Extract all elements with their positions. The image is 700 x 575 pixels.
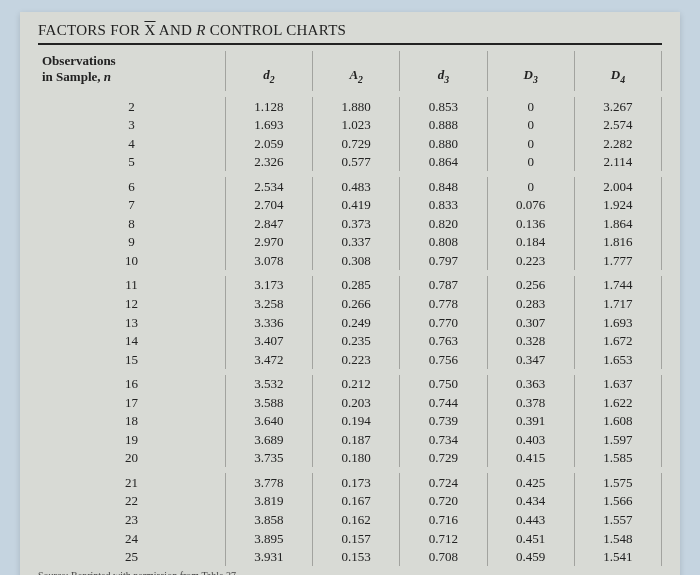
cell-A2: 0.194 [313, 412, 400, 431]
cell-D3: 0.403 [487, 430, 574, 449]
cell-n: 25 [38, 548, 225, 567]
cell-D4: 1.575 [574, 473, 661, 492]
cell-D4: 2.114 [574, 153, 661, 172]
table-row: 253.9310.1530.7080.4591.541 [38, 548, 662, 567]
cell-D4: 1.693 [574, 313, 661, 332]
cell-A2: 1.023 [313, 116, 400, 135]
cell-A2: 0.249 [313, 313, 400, 332]
cell-D3: 0.391 [487, 412, 574, 431]
cell-d2: 3.588 [225, 393, 312, 412]
cell-D4: 1.622 [574, 393, 661, 412]
table-row: 143.4070.2350.7630.3281.672 [38, 332, 662, 351]
cell-A2: 0.162 [313, 510, 400, 529]
table-row: 163.5320.2120.7500.3631.637 [38, 375, 662, 394]
cell-d2: 2.704 [225, 196, 312, 215]
cell-d3: 0.739 [400, 412, 487, 431]
cell-d3: 0.708 [400, 548, 487, 567]
table-row: 123.2580.2660.7780.2831.717 [38, 294, 662, 313]
cell-A2: 0.337 [313, 233, 400, 252]
table-row: 183.6400.1940.7390.3911.608 [38, 412, 662, 431]
cell-A2: 0.577 [313, 153, 400, 172]
cell-d2: 3.858 [225, 510, 312, 529]
cell-D3: 0 [487, 177, 574, 196]
table-row: 31.6931.0230.88802.574 [38, 116, 662, 135]
cell-A2: 0.729 [313, 134, 400, 153]
cell-n: 14 [38, 332, 225, 351]
cell-D3: 0.328 [487, 332, 574, 351]
col-header-d3: d3 [400, 51, 487, 91]
cell-n: 12 [38, 294, 225, 313]
cell-D4: 1.541 [574, 548, 661, 567]
cell-d2: 2.059 [225, 134, 312, 153]
cell-D3: 0.443 [487, 510, 574, 529]
source-note: Source: Reprinted with permission from T… [38, 566, 662, 575]
table-row: 233.8580.1620.7160.4431.557 [38, 510, 662, 529]
cell-d2: 2.534 [225, 177, 312, 196]
cell-D4: 1.597 [574, 430, 661, 449]
table-row: 21.1281.8800.85303.267 [38, 97, 662, 116]
cell-d3: 0.716 [400, 510, 487, 529]
table-row: 82.8470.3730.8200.1361.864 [38, 214, 662, 233]
cell-d2: 2.847 [225, 214, 312, 233]
cell-d2: 3.640 [225, 412, 312, 431]
cell-D4: 2.574 [574, 116, 661, 135]
obs-line1: Observations [42, 53, 116, 68]
cell-A2: 0.187 [313, 430, 400, 449]
cell-A2: 0.167 [313, 492, 400, 511]
title-xbar: X [144, 22, 155, 38]
cell-n: 9 [38, 233, 225, 252]
cell-d2: 3.078 [225, 251, 312, 270]
cell-d3: 0.864 [400, 153, 487, 172]
cell-D4: 1.548 [574, 529, 661, 548]
obs-n: n [104, 69, 111, 84]
cell-n: 6 [38, 177, 225, 196]
cell-A2: 0.173 [313, 473, 400, 492]
table-row: 72.7040.4190.8330.0761.924 [38, 196, 662, 215]
cell-n: 7 [38, 196, 225, 215]
cell-D4: 1.672 [574, 332, 661, 351]
cell-D4: 1.585 [574, 449, 661, 468]
cell-D3: 0.378 [487, 393, 574, 412]
table-row: 213.7780.1730.7240.4251.575 [38, 473, 662, 492]
cell-d2: 3.336 [225, 313, 312, 332]
cell-A2: 0.203 [313, 393, 400, 412]
cell-A2: 0.212 [313, 375, 400, 394]
cell-A2: 0.373 [313, 214, 400, 233]
cell-D4: 1.717 [574, 294, 661, 313]
cell-D3: 0.256 [487, 276, 574, 295]
cell-n: 5 [38, 153, 225, 172]
cell-D3: 0.076 [487, 196, 574, 215]
table-row: 113.1730.2850.7870.2561.744 [38, 276, 662, 295]
table-row: 52.3260.5770.86402.114 [38, 153, 662, 172]
cell-A2: 0.153 [313, 548, 400, 567]
cell-n: 10 [38, 251, 225, 270]
cell-D3: 0.363 [487, 375, 574, 394]
cell-A2: 0.157 [313, 529, 400, 548]
cell-D3: 0.347 [487, 350, 574, 369]
cell-d3: 0.808 [400, 233, 487, 252]
cell-d2: 3.931 [225, 548, 312, 567]
table-row: 243.8950.1570.7120.4511.548 [38, 529, 662, 548]
obs-line2: in Sample, [42, 69, 104, 84]
cell-n: 15 [38, 350, 225, 369]
cell-d3: 0.744 [400, 393, 487, 412]
cell-A2: 0.266 [313, 294, 400, 313]
cell-n: 23 [38, 510, 225, 529]
table-row: 173.5880.2030.7440.3781.622 [38, 393, 662, 412]
cell-d3: 0.724 [400, 473, 487, 492]
cell-D4: 1.864 [574, 214, 661, 233]
cell-D3: 0.434 [487, 492, 574, 511]
table-row: 193.6890.1870.7340.4031.597 [38, 430, 662, 449]
cell-n: 22 [38, 492, 225, 511]
cell-n: 2 [38, 97, 225, 116]
col-header-D3: D3 [487, 51, 574, 91]
cell-d2: 3.819 [225, 492, 312, 511]
page-title: FACTORS FOR X AND R CONTROL CHARTS [38, 22, 662, 43]
cell-D3: 0.459 [487, 548, 574, 567]
cell-n: 21 [38, 473, 225, 492]
cell-d3: 0.729 [400, 449, 487, 468]
cell-n: 19 [38, 430, 225, 449]
cell-d3: 0.770 [400, 313, 487, 332]
cell-d2: 3.895 [225, 529, 312, 548]
cell-n: 4 [38, 134, 225, 153]
